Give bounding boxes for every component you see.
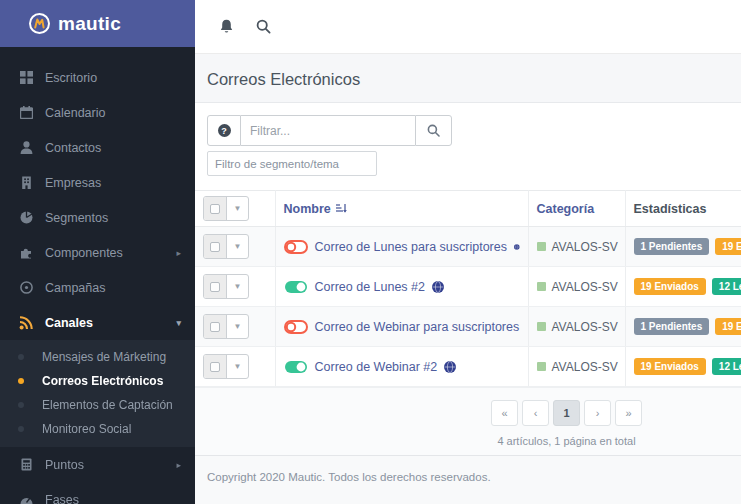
checkbox-icon <box>210 322 220 332</box>
globe-icon <box>514 241 520 253</box>
filter-input[interactable] <box>241 115 415 146</box>
pagination-page-1-button[interactable]: 1 <box>553 400 580 426</box>
caret-down-icon: ▼ <box>234 242 242 251</box>
gauge-icon <box>18 493 34 504</box>
sidebar-item-campanas[interactable]: Campañas <box>0 270 195 305</box>
list-toolbar: ? <box>195 103 741 176</box>
category-label: AVALOS-SV <box>552 320 618 334</box>
category-color-icon <box>537 242 546 251</box>
pagination-last-button[interactable]: » <box>615 400 642 426</box>
bullet-icon <box>18 426 24 432</box>
email-name-link[interactable]: Correo de Webinar #2 <box>315 360 438 374</box>
calculator-icon <box>18 458 34 471</box>
sidebar-item-componentes[interactable]: Componentes ▸ <box>0 235 195 270</box>
row-actions-dropdown[interactable]: ▼ <box>227 235 248 258</box>
pagination-next-button[interactable]: › <box>584 400 611 426</box>
publish-toggle-off[interactable] <box>284 320 308 334</box>
pagination-first-button[interactable]: « <box>491 400 518 426</box>
stat-badge-pending: 1 Pendientes <box>634 238 710 255</box>
bulk-actions-dropdown[interactable]: ▼ <box>227 197 248 220</box>
column-label: Categoría <box>537 202 595 216</box>
sidebar-subitem-mensajes-de-marketing[interactable]: Mensajes de Márketing <box>0 345 195 369</box>
sidebar-item-label: Segmentos <box>45 211 108 225</box>
publish-toggle-on[interactable] <box>284 280 308 294</box>
row-select-group: ▼ <box>203 274 249 299</box>
column-header-nombre[interactable]: Nombre <box>275 191 528 227</box>
search-icon <box>256 19 271 34</box>
sidebar-item-label: Escritorio <box>45 71 97 85</box>
category-color-icon <box>537 362 546 371</box>
sidebar: mautic Escritorio Calendario Contactos <box>0 0 195 504</box>
category-label: AVALOS-SV <box>552 280 618 294</box>
row-actions-dropdown[interactable]: ▼ <box>227 315 248 338</box>
page-header: Correos Electrónicos <box>195 54 741 103</box>
sidebar-item-puntos[interactable]: Puntos ▸ <box>0 447 195 482</box>
caret-down-icon: ▼ <box>234 282 242 291</box>
stat-badge-sent: 19 Enviados <box>634 278 706 295</box>
globe-icon <box>444 361 456 373</box>
emails-table: ▼ Nombre <box>195 190 741 387</box>
row-checkbox[interactable] <box>204 275 227 298</box>
sidebar-subitem-label: Correos Electrónicos <box>42 374 163 388</box>
table-row: ▼ Correo de Lunes #2 <box>195 267 741 307</box>
mautic-logo[interactable]: mautic <box>0 0 195 47</box>
stat-badge-sent: 19 Enviados <box>634 358 706 375</box>
page-title: Correos Electrónicos <box>207 70 729 89</box>
help-button[interactable]: ? <box>207 115 241 146</box>
select-all-checkbox[interactable] <box>204 197 227 220</box>
sidebar-item-label: Calendario <box>45 106 105 120</box>
sidebar-subitem-monitoreo-social[interactable]: Monitoreo Social <box>0 417 195 441</box>
sidebar-item-empresas[interactable]: Empresas <box>0 165 195 200</box>
active-bullet-icon <box>18 378 24 384</box>
category-label: AVALOS-SV <box>552 360 618 374</box>
table-header-row: ▼ Nombre <box>195 191 741 227</box>
sidebar-item-fases[interactable]: Fases <box>0 482 195 504</box>
checkbox-icon <box>210 242 220 252</box>
sidebar-subitem-label: Monitoreo Social <box>42 422 131 436</box>
global-search-button[interactable] <box>252 15 275 38</box>
row-checkbox[interactable] <box>204 315 227 338</box>
row-actions-dropdown[interactable]: ▼ <box>227 355 248 378</box>
sidebar-item-escritorio[interactable]: Escritorio <box>0 60 195 95</box>
sidebar-item-label: Fases <box>45 493 79 504</box>
canales-submenu: Mensajes de Márketing Correos Electrónic… <box>0 340 195 447</box>
email-name-link[interactable]: Correo de Lunes #2 <box>315 280 426 294</box>
bullet-icon <box>18 354 24 360</box>
publish-toggle-off[interactable] <box>284 240 308 254</box>
stat-badge-sent: 19 Enviados <box>715 318 741 335</box>
filter-input-group: ? <box>207 115 741 146</box>
row-select-group: ▼ <box>203 314 249 339</box>
table-search-button[interactable] <box>415 115 452 146</box>
row-select-group: ▼ <box>203 354 249 379</box>
sidebar-subitem-elementos-de-captacion[interactable]: Elementos de Captación <box>0 393 195 417</box>
sidebar-item-label: Componentes <box>45 246 123 260</box>
segment-filter-input[interactable] <box>207 151 377 176</box>
notifications-button[interactable] <box>215 15 238 39</box>
sidebar-subitem-correos-electronicos[interactable]: Correos Electrónicos <box>0 369 195 393</box>
column-label: Nombre <box>284 202 331 216</box>
column-label: Estadísticas <box>634 202 707 216</box>
category-color-icon <box>537 282 546 291</box>
row-actions-dropdown[interactable]: ▼ <box>227 275 248 298</box>
email-name-link[interactable]: Correo de Lunes para suscriptores <box>315 240 507 254</box>
pagination-prev-button[interactable]: ‹ <box>522 400 549 426</box>
copyright-footer: Copyright 2020 Mautic. Todos los derecho… <box>195 455 741 504</box>
sidebar-item-label: Empresas <box>45 176 101 190</box>
row-checkbox[interactable] <box>204 355 227 378</box>
publish-toggle-on[interactable] <box>284 360 308 374</box>
chevron-down-icon: ▾ <box>176 318 181 328</box>
row-checkbox[interactable] <box>204 235 227 258</box>
stat-badge-read: 12 Leídos <box>712 358 741 375</box>
category-label: AVALOS-SV <box>552 240 618 254</box>
pagination-summary: 4 artículos, 1 página en total <box>497 435 635 447</box>
pie-chart-icon <box>18 211 34 224</box>
email-name-link[interactable]: Correo de Webinar para suscriptores <box>315 320 520 334</box>
emails-panel: ? ▼ <box>195 103 741 455</box>
sidebar-item-calendario[interactable]: Calendario <box>0 95 195 130</box>
column-header-categoria[interactable]: Categoría <box>528 191 625 227</box>
sidebar-item-segmentos[interactable]: Segmentos <box>0 200 195 235</box>
sidebar-item-label: Puntos <box>45 458 84 472</box>
sidebar-item-contactos[interactable]: Contactos <box>0 130 195 165</box>
sidebar-item-canales[interactable]: Canales ▾ <box>0 305 195 340</box>
question-circle-icon: ? <box>218 124 231 137</box>
